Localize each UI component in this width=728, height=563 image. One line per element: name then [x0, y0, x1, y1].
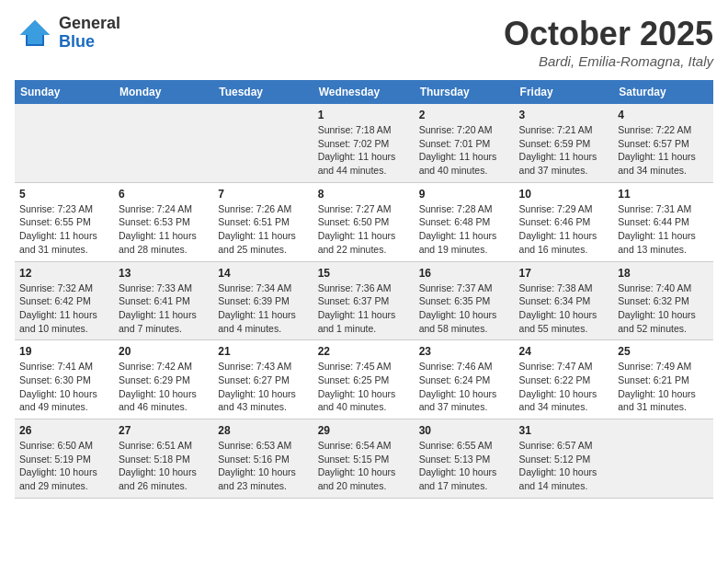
- calendar-cell: 4Sunrise: 7:22 AMSunset: 6:57 PMDaylight…: [613, 104, 713, 182]
- calendar-cell: [15, 104, 114, 182]
- column-header-sunday: Sunday: [15, 80, 114, 104]
- day-info: Sunrise: 7:37 AMSunset: 6:35 PMDaylight:…: [419, 282, 510, 336]
- calendar-cell: 23Sunrise: 7:46 AMSunset: 6:24 PMDayligh…: [415, 340, 515, 419]
- logo-blue: Blue: [59, 33, 120, 52]
- day-info: Sunrise: 6:53 AMSunset: 5:16 PMDaylight:…: [218, 439, 308, 493]
- calendar-cell: 30Sunrise: 6:55 AMSunset: 5:13 PMDayligh…: [415, 419, 515, 499]
- day-info: Sunrise: 7:41 AMSunset: 6:30 PMDaylight:…: [19, 360, 109, 414]
- calendar-table: SundayMondayTuesdayWednesdayThursdayFrid…: [15, 80, 713, 499]
- day-info: Sunrise: 7:21 AMSunset: 6:59 PMDaylight:…: [519, 123, 609, 178]
- month-title: October 2025: [504, 15, 713, 53]
- day-info: Sunrise: 7:31 AMSunset: 6:44 PMDaylight:…: [618, 202, 709, 257]
- week-row: 19Sunrise: 7:41 AMSunset: 6:30 PMDayligh…: [15, 340, 713, 419]
- calendar-cell: 19Sunrise: 7:41 AMSunset: 6:30 PMDayligh…: [15, 340, 114, 419]
- header-row: SundayMondayTuesdayWednesdayThursdayFrid…: [15, 80, 713, 104]
- calendar-cell: 31Sunrise: 6:57 AMSunset: 5:12 PMDayligh…: [515, 419, 614, 499]
- calendar-cell: 1Sunrise: 7:18 AMSunset: 7:02 PMDaylight…: [313, 104, 415, 182]
- day-info: Sunrise: 7:20 AMSunset: 7:01 PMDaylight:…: [419, 123, 510, 178]
- location: Bardi, Emilia-Romagna, Italy: [504, 53, 713, 69]
- day-info: Sunrise: 7:46 AMSunset: 6:24 PMDaylight:…: [419, 360, 510, 414]
- day-info: Sunrise: 6:51 AMSunset: 5:18 PMDaylight:…: [119, 439, 209, 493]
- day-number: 28: [218, 424, 308, 437]
- day-info: Sunrise: 6:57 AMSunset: 5:12 PMDaylight:…: [519, 439, 609, 493]
- day-info: Sunrise: 7:27 AMSunset: 6:50 PMDaylight:…: [318, 202, 410, 257]
- calendar-cell: 29Sunrise: 6:54 AMSunset: 5:15 PMDayligh…: [313, 419, 415, 499]
- day-info: Sunrise: 7:40 AMSunset: 6:32 PMDaylight:…: [618, 282, 709, 336]
- column-header-monday: Monday: [114, 80, 213, 104]
- week-row: 1Sunrise: 7:18 AMSunset: 7:02 PMDaylight…: [15, 104, 713, 182]
- calendar-cell: 2Sunrise: 7:20 AMSunset: 7:01 PMDaylight…: [415, 104, 515, 182]
- day-info: Sunrise: 7:26 AMSunset: 6:51 PMDaylight:…: [218, 202, 308, 257]
- calendar-cell: 18Sunrise: 7:40 AMSunset: 6:32 PMDayligh…: [613, 261, 713, 340]
- day-info: Sunrise: 7:28 AMSunset: 6:48 PMDaylight:…: [419, 202, 510, 257]
- calendar-cell: 25Sunrise: 7:49 AMSunset: 6:21 PMDayligh…: [613, 340, 713, 419]
- day-number: 13: [119, 267, 209, 280]
- day-info: Sunrise: 7:24 AMSunset: 6:53 PMDaylight:…: [119, 202, 209, 257]
- day-number: 16: [419, 267, 510, 280]
- logo-icon: [15, 17, 55, 50]
- day-number: 5: [19, 188, 109, 201]
- day-info: Sunrise: 7:49 AMSunset: 6:21 PMDaylight:…: [618, 360, 709, 414]
- day-number: 30: [419, 424, 510, 437]
- title-block: October 2025 Bardi, Emilia-Romagna, Ital…: [504, 15, 713, 69]
- day-info: Sunrise: 7:34 AMSunset: 6:39 PMDaylight:…: [218, 282, 308, 336]
- day-info: Sunrise: 7:32 AMSunset: 6:42 PMDaylight:…: [19, 282, 109, 336]
- logo: General Blue: [15, 15, 120, 52]
- day-info: Sunrise: 7:33 AMSunset: 6:41 PMDaylight:…: [119, 282, 209, 336]
- calendar-cell: 3Sunrise: 7:21 AMSunset: 6:59 PMDaylight…: [515, 104, 614, 182]
- calendar-cell: 7Sunrise: 7:26 AMSunset: 6:51 PMDaylight…: [213, 182, 313, 261]
- calendar-cell: 10Sunrise: 7:29 AMSunset: 6:46 PMDayligh…: [515, 182, 614, 261]
- calendar-cell: 15Sunrise: 7:36 AMSunset: 6:37 PMDayligh…: [313, 261, 415, 340]
- column-header-saturday: Saturday: [613, 80, 713, 104]
- calendar-cell: 28Sunrise: 6:53 AMSunset: 5:16 PMDayligh…: [213, 419, 313, 499]
- day-info: Sunrise: 7:36 AMSunset: 6:37 PMDaylight:…: [318, 282, 410, 336]
- day-info: Sunrise: 7:29 AMSunset: 6:46 PMDaylight:…: [519, 202, 609, 257]
- day-number: 11: [618, 188, 709, 201]
- day-number: 8: [318, 188, 410, 201]
- page-header: General Blue October 2025 Bardi, Emilia-…: [15, 15, 713, 69]
- calendar-cell: 16Sunrise: 7:37 AMSunset: 6:35 PMDayligh…: [415, 261, 515, 340]
- day-number: 14: [218, 267, 308, 280]
- day-info: Sunrise: 7:22 AMSunset: 6:57 PMDaylight:…: [618, 123, 709, 178]
- day-info: Sunrise: 7:38 AMSunset: 6:34 PMDaylight:…: [519, 282, 609, 336]
- day-info: Sunrise: 7:45 AMSunset: 6:25 PMDaylight:…: [318, 360, 410, 414]
- day-number: 23: [419, 345, 510, 358]
- day-number: 25: [618, 345, 709, 358]
- day-number: 18: [618, 267, 709, 280]
- day-number: 17: [519, 267, 609, 280]
- day-number: 1: [318, 109, 410, 121]
- day-info: Sunrise: 6:54 AMSunset: 5:15 PMDaylight:…: [318, 439, 410, 493]
- week-row: 12Sunrise: 7:32 AMSunset: 6:42 PMDayligh…: [15, 261, 713, 340]
- calendar-cell: [613, 419, 713, 499]
- day-number: 31: [519, 424, 609, 437]
- calendar-cell: 11Sunrise: 7:31 AMSunset: 6:44 PMDayligh…: [613, 182, 713, 261]
- day-number: 15: [318, 267, 410, 280]
- day-number: 26: [19, 424, 109, 437]
- calendar-cell: 17Sunrise: 7:38 AMSunset: 6:34 PMDayligh…: [515, 261, 614, 340]
- column-header-thursday: Thursday: [415, 80, 515, 104]
- week-row: 26Sunrise: 6:50 AMSunset: 5:19 PMDayligh…: [15, 419, 713, 499]
- calendar-cell: 24Sunrise: 7:47 AMSunset: 6:22 PMDayligh…: [515, 340, 614, 419]
- day-number: 7: [218, 188, 308, 201]
- day-number: 22: [318, 345, 410, 358]
- calendar-cell: 22Sunrise: 7:45 AMSunset: 6:25 PMDayligh…: [313, 340, 415, 419]
- day-number: 3: [519, 109, 609, 121]
- day-number: 27: [119, 424, 209, 437]
- day-number: 4: [618, 109, 709, 121]
- column-header-wednesday: Wednesday: [313, 80, 415, 104]
- day-info: Sunrise: 7:23 AMSunset: 6:55 PMDaylight:…: [19, 202, 109, 257]
- logo-general: General: [59, 15, 120, 33]
- day-number: 10: [519, 188, 609, 201]
- day-number: 24: [519, 345, 609, 358]
- calendar-cell: 5Sunrise: 7:23 AMSunset: 6:55 PMDaylight…: [15, 182, 114, 261]
- calendar-cell: 21Sunrise: 7:43 AMSunset: 6:27 PMDayligh…: [213, 340, 313, 419]
- calendar-cell: 12Sunrise: 7:32 AMSunset: 6:42 PMDayligh…: [15, 261, 114, 340]
- day-info: Sunrise: 7:18 AMSunset: 7:02 PMDaylight:…: [318, 123, 410, 178]
- week-row: 5Sunrise: 7:23 AMSunset: 6:55 PMDaylight…: [15, 182, 713, 261]
- calendar-cell: 20Sunrise: 7:42 AMSunset: 6:29 PMDayligh…: [114, 340, 213, 419]
- day-number: 29: [318, 424, 410, 437]
- calendar-cell: 26Sunrise: 6:50 AMSunset: 5:19 PMDayligh…: [15, 419, 114, 499]
- calendar-cell: 6Sunrise: 7:24 AMSunset: 6:53 PMDaylight…: [114, 182, 213, 261]
- day-info: Sunrise: 6:50 AMSunset: 5:19 PMDaylight:…: [19, 439, 109, 493]
- day-info: Sunrise: 7:43 AMSunset: 6:27 PMDaylight:…: [218, 360, 308, 414]
